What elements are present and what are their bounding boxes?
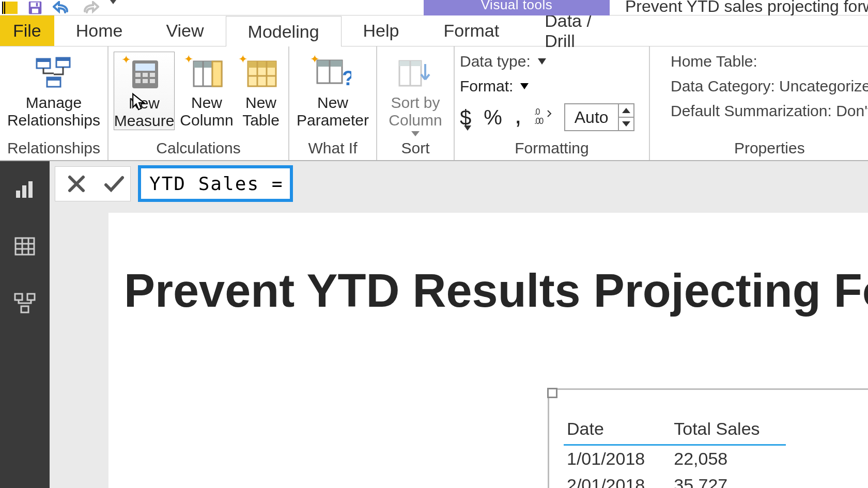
dropdown-icon <box>411 131 420 136</box>
svg-rect-5 <box>37 59 50 62</box>
manage-relationships-label: Manage Relationships <box>7 94 100 129</box>
document-title: Prevent YTD sales projecting forward <box>625 0 868 16</box>
group-label-properties: Properties <box>655 139 868 158</box>
svg-rect-15 <box>135 79 141 83</box>
table-icon: ✦ <box>241 54 281 93</box>
sort-by-column-button[interactable]: Sort by Column <box>382 52 448 136</box>
home-table-dropdown[interactable]: Home Table: <box>671 53 868 70</box>
svg-text:?: ? <box>342 67 351 89</box>
tab-format[interactable]: Format <box>421 15 522 46</box>
new-measure-label: New Measure <box>114 95 175 130</box>
dropdown-icon <box>464 125 471 131</box>
resize-handle-icon[interactable] <box>547 388 557 398</box>
tab-home[interactable]: Home <box>54 15 145 46</box>
group-formatting: Data type: Format: $ % , .0.00 Auto <box>455 46 650 160</box>
data-view-button[interactable] <box>12 233 38 259</box>
format-label: Format: <box>460 77 513 95</box>
decimal-places-value: Auto <box>565 108 618 127</box>
group-label-calculations: Calculations <box>114 139 283 158</box>
default-summarization-dropdown[interactable]: Default Summarization: Don't s <box>671 102 868 120</box>
undo-icon[interactable] <box>53 1 71 14</box>
formula-bar <box>55 165 293 202</box>
group-properties: Home Table: Data Category: Uncategorized… <box>650 46 868 160</box>
new-parameter-label: New Parameter <box>297 94 369 129</box>
svg-rect-24 <box>248 61 276 68</box>
data-type-label: Data type: <box>460 53 531 70</box>
formula-input[interactable] <box>148 172 283 195</box>
sort-by-column-label: Sort by Column <box>389 94 442 129</box>
thousands-separator-button[interactable]: , <box>515 100 522 130</box>
manage-relationships-button[interactable]: Manage Relationships <box>5 52 102 129</box>
svg-text:.0: .0 <box>534 107 540 116</box>
work-area: Prevent YTD Results Projecting Forw Date… <box>50 161 868 488</box>
report-title-text: Prevent YTD Results Projecting Forw <box>124 264 868 318</box>
svg-rect-16 <box>143 79 148 83</box>
data-table: Date Total Sales 1/01/2018 22,058 2/01/2… <box>564 416 786 488</box>
new-column-button[interactable]: ✦ New Column <box>181 52 233 129</box>
decimal-button[interactable]: .0.00 <box>534 106 552 129</box>
formula-cancel-button[interactable] <box>55 166 98 201</box>
contextual-tab-header: Visual tools <box>424 0 610 15</box>
group-calculations: ✦ New Measure ✦ New Column ✦ New Table <box>109 46 289 160</box>
spinner-icon[interactable] <box>618 104 633 130</box>
save-icon[interactable] <box>27 1 43 15</box>
tab-data-drill[interactable]: Data / Drill <box>522 15 642 46</box>
qat-customize-icon[interactable] <box>109 3 118 12</box>
svg-rect-47 <box>21 306 28 312</box>
svg-rect-12 <box>135 73 141 77</box>
svg-rect-14 <box>150 73 155 77</box>
svg-text:.00: .00 <box>534 117 544 125</box>
title-bar: Visual tools Prevent YTD sales projectin… <box>0 0 868 15</box>
ribbon-tabs: File Home View Modeling Help Format Data… <box>0 15 868 46</box>
svg-rect-13 <box>143 73 148 77</box>
model-view-button[interactable] <box>12 290 38 316</box>
group-label-sort: Sort <box>382 139 448 158</box>
new-measure-button[interactable]: ✦ New Measure <box>114 52 175 130</box>
svg-rect-45 <box>15 294 22 300</box>
cell-date: 1/01/2018 <box>564 445 671 473</box>
data-type-dropdown[interactable]: Data type: <box>460 53 646 70</box>
column-icon: ✦ <box>187 54 226 93</box>
format-dropdown[interactable]: Format: <box>460 77 646 95</box>
formula-commit-button[interactable] <box>98 166 131 201</box>
table-visual[interactable]: Date Total Sales 1/01/2018 22,058 2/01/2… <box>548 388 868 488</box>
column-header-total-sales[interactable]: Total Sales <box>671 416 785 445</box>
table-row: 1/01/2018 22,058 <box>564 445 786 473</box>
svg-rect-7 <box>56 58 70 61</box>
formula-input-highlight <box>138 165 293 202</box>
data-category-dropdown[interactable]: Data Category: Uncategorized <box>671 77 868 95</box>
svg-rect-2 <box>32 8 38 13</box>
group-label-formatting: Formatting <box>460 139 644 158</box>
app-logo-icon <box>2 2 18 14</box>
new-table-label: New Table <box>242 94 280 129</box>
relationships-icon <box>34 54 73 93</box>
parameter-icon: ✦ ? <box>313 54 352 93</box>
column-header-date[interactable]: Date <box>564 416 671 445</box>
currency-button[interactable]: $ <box>460 106 471 129</box>
default-summarization-label: Default Summarization: Don't s <box>671 102 868 120</box>
svg-rect-39 <box>28 181 33 198</box>
tab-modeling[interactable]: Modeling <box>226 16 342 46</box>
sort-icon <box>396 54 435 93</box>
redo-icon[interactable] <box>81 1 99 14</box>
decimal-places-input[interactable]: Auto <box>564 103 634 131</box>
svg-rect-38 <box>22 185 26 198</box>
percent-button[interactable]: % <box>484 106 502 129</box>
group-whatif: ✦ ? New Parameter What If <box>289 46 377 160</box>
new-parameter-button[interactable]: ✦ ? New Parameter <box>295 52 371 129</box>
file-tab[interactable]: File <box>0 15 54 46</box>
tab-view[interactable]: View <box>144 15 225 46</box>
dropdown-icon <box>520 83 529 89</box>
svg-rect-17 <box>150 79 155 83</box>
group-label-relationships: Relationships <box>5 139 102 158</box>
home-table-label: Home Table: <box>671 53 757 70</box>
group-sort: Sort by Column Sort <box>377 46 455 160</box>
tab-help[interactable]: Help <box>342 15 421 46</box>
report-canvas[interactable]: Prevent YTD Results Projecting Forw Date… <box>109 213 868 488</box>
svg-rect-46 <box>27 294 35 300</box>
report-view-button[interactable] <box>12 177 38 202</box>
svg-rect-40 <box>16 238 34 255</box>
new-table-button[interactable]: ✦ New Table <box>239 52 283 129</box>
svg-rect-11 <box>135 64 155 71</box>
view-switcher <box>0 161 50 488</box>
